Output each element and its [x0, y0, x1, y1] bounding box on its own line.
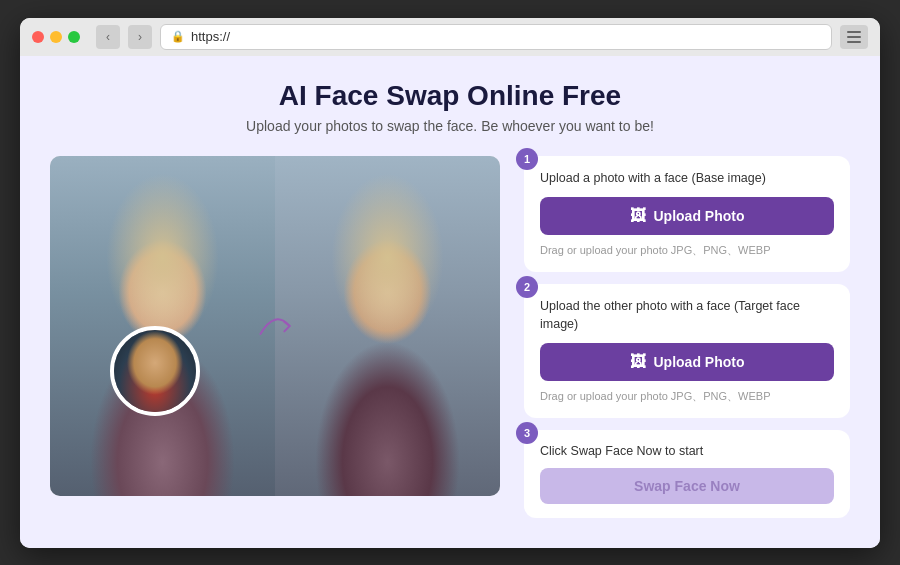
- upload-photo-button-2[interactable]: 🖼 Upload Photo: [540, 343, 834, 381]
- step-3-description: Click Swap Face Now to start: [540, 444, 834, 458]
- minimize-button[interactable]: [50, 31, 62, 43]
- demo-image-right: [275, 156, 500, 496]
- demo-image-left-bg: [50, 156, 275, 496]
- forward-button[interactable]: ›: [128, 25, 152, 49]
- step-1-number: 1: [516, 148, 538, 170]
- steps-panel: 1 Upload a photo with a face (Base image…: [524, 156, 850, 519]
- step-2-card: 2 Upload the other photo with a face (Ta…: [524, 284, 850, 418]
- step-3-number: 3: [516, 422, 538, 444]
- demo-image-left: [50, 156, 275, 496]
- url-text: https://: [191, 29, 230, 44]
- step-1-card: 1 Upload a photo with a face (Base image…: [524, 156, 850, 273]
- menu-line-3: [847, 41, 861, 43]
- main-content: 1 Upload a photo with a face (Base image…: [50, 156, 850, 519]
- lock-icon: 🔒: [171, 30, 185, 43]
- close-button[interactable]: [32, 31, 44, 43]
- upload-label-2: Upload Photo: [654, 354, 745, 370]
- upload-photo-button-1[interactable]: 🖼 Upload Photo: [540, 197, 834, 235]
- menu-button[interactable]: [840, 25, 868, 49]
- upload-label-1: Upload Photo: [654, 208, 745, 224]
- browser-titlebar: ‹ › 🔒 https://: [20, 18, 880, 56]
- drag-hint-2: Drag or upload your photo JPG、PNG、WEBP: [540, 389, 834, 404]
- step-2-description: Upload the other photo with a face (Targ…: [540, 298, 834, 333]
- menu-line-1: [847, 31, 861, 33]
- page-content: AI Face Swap Online Free Upload your pho…: [20, 56, 880, 548]
- address-bar[interactable]: 🔒 https://: [160, 24, 832, 50]
- back-button[interactable]: ‹: [96, 25, 120, 49]
- step-3-card: 3 Click Swap Face Now to start Swap Face…: [524, 430, 850, 518]
- step-1-description: Upload a photo with a face (Base image): [540, 170, 834, 188]
- page-title: AI Face Swap Online Free: [279, 80, 621, 112]
- step-2-number: 2: [516, 276, 538, 298]
- demo-area: [50, 156, 500, 496]
- browser-window: ‹ › 🔒 https:// AI Face Swap Online Free …: [20, 18, 880, 548]
- page-subtitle: Upload your photos to swap the face. Be …: [246, 118, 654, 134]
- swap-arrow: [255, 306, 295, 346]
- menu-line-2: [847, 36, 861, 38]
- upload-icon-1: 🖼: [630, 207, 646, 225]
- face-circle-overlay: [110, 326, 200, 416]
- swap-label: Swap Face Now: [634, 478, 740, 494]
- drag-hint-1: Drag or upload your photo JPG、PNG、WEBP: [540, 243, 834, 258]
- demo-image-right-bg: [275, 156, 500, 496]
- face-circle-bg: [114, 330, 196, 412]
- maximize-button[interactable]: [68, 31, 80, 43]
- swap-face-button[interactable]: Swap Face Now: [540, 468, 834, 504]
- upload-icon-2: 🖼: [630, 353, 646, 371]
- traffic-lights: [32, 31, 80, 43]
